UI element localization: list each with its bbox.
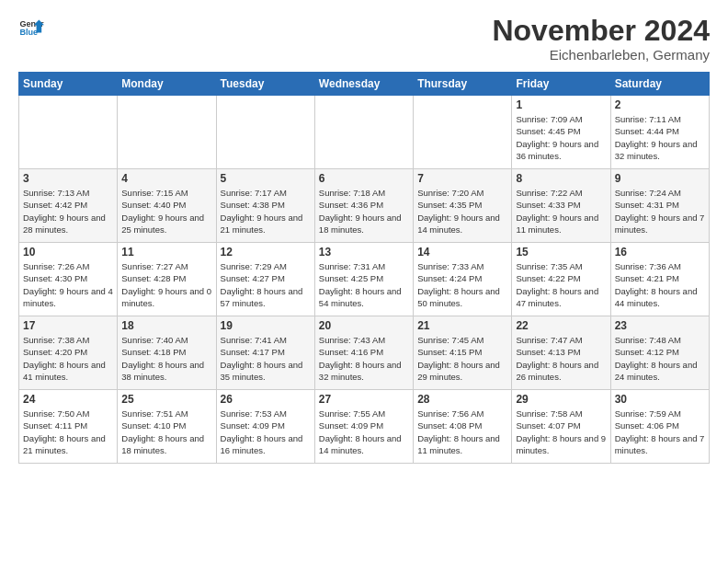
day-info: Sunrise: 7:27 AM Sunset: 4:28 PM Dayligh… [121, 260, 211, 309]
day-info: Sunrise: 7:47 AM Sunset: 4:13 PM Dayligh… [516, 334, 606, 383]
day-info: Sunrise: 7:29 AM Sunset: 4:27 PM Dayligh… [221, 260, 311, 309]
day-number: 4 [121, 172, 211, 185]
day-number: 23 [615, 319, 705, 332]
day-number: 22 [516, 319, 606, 332]
table-row: 27Sunrise: 7:55 AM Sunset: 4:09 PM Dayli… [314, 390, 413, 464]
table-row: 17Sunrise: 7:38 AM Sunset: 4:20 PM Dayli… [19, 316, 118, 390]
month-title: November 2024 [492, 15, 710, 47]
day-info: Sunrise: 7:33 AM Sunset: 4:24 PM Dayligh… [417, 260, 507, 309]
table-row: 26Sunrise: 7:53 AM Sunset: 4:09 PM Dayli… [216, 390, 314, 464]
table-row: 5Sunrise: 7:17 AM Sunset: 4:38 PM Daylig… [216, 169, 314, 243]
day-info: Sunrise: 7:41 AM Sunset: 4:17 PM Dayligh… [221, 334, 311, 383]
day-info: Sunrise: 7:36 AM Sunset: 4:21 PM Dayligh… [615, 260, 705, 309]
day-info: Sunrise: 7:38 AM Sunset: 4:20 PM Dayligh… [23, 334, 113, 383]
col-tuesday: Tuesday [216, 73, 314, 96]
day-number: 12 [221, 246, 311, 259]
day-info: Sunrise: 7:24 AM Sunset: 4:31 PM Dayligh… [615, 187, 705, 236]
day-number: 11 [121, 246, 211, 259]
day-info: Sunrise: 7:53 AM Sunset: 4:09 PM Dayligh… [221, 408, 311, 456]
page: General Blue November 2024 Eichenbarlebe… [0, 0, 728, 473]
day-info: Sunrise: 7:26 AM Sunset: 4:30 PM Dayligh… [23, 260, 113, 309]
calendar-week-row: 10Sunrise: 7:26 AM Sunset: 4:30 PM Dayli… [19, 243, 710, 316]
table-row: 30Sunrise: 7:59 AM Sunset: 4:06 PM Dayli… [610, 390, 709, 464]
day-info: Sunrise: 7:11 AM Sunset: 4:44 PM Dayligh… [615, 113, 705, 162]
col-sunday: Sunday [19, 73, 118, 96]
day-number: 5 [221, 172, 311, 185]
day-info: Sunrise: 7:59 AM Sunset: 4:06 PM Dayligh… [615, 408, 705, 456]
day-info: Sunrise: 7:40 AM Sunset: 4:18 PM Dayligh… [121, 334, 211, 383]
day-info: Sunrise: 7:18 AM Sunset: 4:36 PM Dayligh… [319, 187, 409, 236]
svg-text:Blue: Blue [19, 28, 38, 37]
table-row: 28Sunrise: 7:56 AM Sunset: 4:08 PM Dayli… [414, 390, 512, 464]
table-row: 22Sunrise: 7:47 AM Sunset: 4:13 PM Dayli… [512, 316, 610, 390]
day-number: 18 [121, 319, 211, 332]
table-row: 29Sunrise: 7:58 AM Sunset: 4:07 PM Dayli… [512, 390, 610, 464]
day-info: Sunrise: 7:15 AM Sunset: 4:40 PM Dayligh… [121, 187, 211, 236]
day-info: Sunrise: 7:55 AM Sunset: 4:09 PM Dayligh… [319, 408, 409, 456]
day-number: 15 [516, 246, 606, 259]
table-row: 6Sunrise: 7:18 AM Sunset: 4:36 PM Daylig… [314, 169, 413, 243]
day-number: 30 [615, 393, 705, 406]
table-row: 15Sunrise: 7:35 AM Sunset: 4:22 PM Dayli… [512, 243, 610, 316]
day-number: 26 [221, 393, 311, 406]
calendar-week-row: 24Sunrise: 7:50 AM Sunset: 4:11 PM Dayli… [19, 390, 710, 464]
table-row: 8Sunrise: 7:22 AM Sunset: 4:33 PM Daylig… [512, 169, 610, 243]
table-row [414, 96, 512, 169]
table-row: 4Sunrise: 7:15 AM Sunset: 4:40 PM Daylig… [118, 169, 216, 243]
table-row [118, 96, 216, 169]
calendar-week-row: 17Sunrise: 7:38 AM Sunset: 4:20 PM Dayli… [19, 316, 710, 390]
day-number: 2 [615, 98, 705, 111]
table-row: 12Sunrise: 7:29 AM Sunset: 4:27 PM Dayli… [216, 243, 314, 316]
day-info: Sunrise: 7:43 AM Sunset: 4:16 PM Dayligh… [319, 334, 409, 383]
day-number: 19 [221, 319, 311, 332]
table-row: 20Sunrise: 7:43 AM Sunset: 4:16 PM Dayli… [314, 316, 413, 390]
table-row: 25Sunrise: 7:51 AM Sunset: 4:10 PM Dayli… [118, 390, 216, 464]
table-row: 23Sunrise: 7:48 AM Sunset: 4:12 PM Dayli… [610, 316, 709, 390]
table-row: 7Sunrise: 7:20 AM Sunset: 4:35 PM Daylig… [414, 169, 512, 243]
table-row [19, 96, 118, 169]
day-info: Sunrise: 7:22 AM Sunset: 4:33 PM Dayligh… [516, 187, 606, 236]
table-row: 10Sunrise: 7:26 AM Sunset: 4:30 PM Dayli… [19, 243, 118, 316]
day-info: Sunrise: 7:45 AM Sunset: 4:15 PM Dayligh… [417, 334, 507, 383]
day-info: Sunrise: 7:20 AM Sunset: 4:35 PM Dayligh… [417, 187, 507, 236]
col-thursday: Thursday [414, 73, 512, 96]
table-row: 21Sunrise: 7:45 AM Sunset: 4:15 PM Dayli… [414, 316, 512, 390]
table-row: 14Sunrise: 7:33 AM Sunset: 4:24 PM Dayli… [414, 243, 512, 316]
day-info: Sunrise: 7:17 AM Sunset: 4:38 PM Dayligh… [221, 187, 311, 236]
day-number: 28 [417, 393, 507, 406]
day-info: Sunrise: 7:58 AM Sunset: 4:07 PM Dayligh… [516, 408, 606, 456]
col-friday: Friday [512, 73, 610, 96]
col-monday: Monday [118, 73, 216, 96]
table-row: 3Sunrise: 7:13 AM Sunset: 4:42 PM Daylig… [19, 169, 118, 243]
day-number: 6 [319, 172, 409, 185]
day-number: 13 [319, 246, 409, 259]
table-row: 1Sunrise: 7:09 AM Sunset: 4:45 PM Daylig… [512, 96, 610, 169]
table-row: 19Sunrise: 7:41 AM Sunset: 4:17 PM Dayli… [216, 316, 314, 390]
day-number: 17 [23, 319, 113, 332]
title-area: November 2024 Eichenbarleben, Germany [492, 15, 710, 63]
day-number: 9 [615, 172, 705, 185]
calendar-week-row: 3Sunrise: 7:13 AM Sunset: 4:42 PM Daylig… [19, 169, 710, 243]
day-info: Sunrise: 7:35 AM Sunset: 4:22 PM Dayligh… [516, 260, 606, 309]
logo: General Blue [18, 15, 44, 40]
day-info: Sunrise: 7:56 AM Sunset: 4:08 PM Dayligh… [417, 408, 507, 456]
day-number: 3 [23, 172, 113, 185]
calendar-header-row: Sunday Monday Tuesday Wednesday Thursday… [19, 73, 710, 96]
day-info: Sunrise: 7:13 AM Sunset: 4:42 PM Dayligh… [23, 187, 113, 236]
day-number: 24 [23, 393, 113, 406]
day-number: 8 [516, 172, 606, 185]
day-number: 20 [319, 319, 409, 332]
calendar-week-row: 1Sunrise: 7:09 AM Sunset: 4:45 PM Daylig… [19, 96, 710, 169]
table-row: 18Sunrise: 7:40 AM Sunset: 4:18 PM Dayli… [118, 316, 216, 390]
table-row: 11Sunrise: 7:27 AM Sunset: 4:28 PM Dayli… [118, 243, 216, 316]
day-number: 1 [516, 98, 606, 111]
day-info: Sunrise: 7:51 AM Sunset: 4:10 PM Dayligh… [121, 408, 211, 456]
day-info: Sunrise: 7:50 AM Sunset: 4:11 PM Dayligh… [23, 408, 113, 456]
col-wednesday: Wednesday [314, 73, 413, 96]
table-row: 2Sunrise: 7:11 AM Sunset: 4:44 PM Daylig… [610, 96, 709, 169]
header: General Blue November 2024 Eichenbarlebe… [18, 15, 710, 63]
day-info: Sunrise: 7:09 AM Sunset: 4:45 PM Dayligh… [516, 113, 606, 162]
day-info: Sunrise: 7:48 AM Sunset: 4:12 PM Dayligh… [615, 334, 705, 383]
table-row: 13Sunrise: 7:31 AM Sunset: 4:25 PM Dayli… [314, 243, 413, 316]
day-number: 14 [417, 246, 507, 259]
